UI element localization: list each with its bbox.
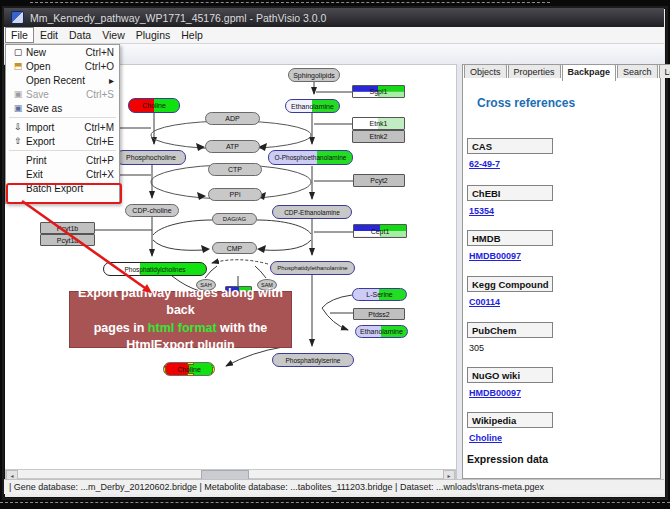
- status-text: | Gene database: ...m_Derby_20120602.bri…: [9, 482, 544, 492]
- export-icon: ⇧: [10, 136, 26, 146]
- menu-item-save[interactable]: ▣SaveCtrl+S: [6, 87, 119, 101]
- menu-item-new[interactable]: ▢NewCtrl+N: [6, 45, 119, 59]
- node-label: Choline: [177, 366, 201, 373]
- node-dag[interactable]: DAG/AG: [212, 213, 257, 225]
- xref-header-cas: CAS: [467, 138, 553, 154]
- xref-header-kegg: Kegg Compound: [467, 276, 553, 292]
- gene-node-ptdss2[interactable]: Ptdss2: [353, 308, 405, 320]
- cross-references-heading: Cross references: [477, 96, 575, 110]
- tab-backpage[interactable]: Backpage: [562, 64, 617, 81]
- callout-line3: HtmlExport plugin: [70, 337, 291, 354]
- node-o-phosphoethanolamine[interactable]: O-Phosphoethanolamine: [268, 150, 353, 165]
- xref-header-chebi: ChEBI: [467, 185, 553, 201]
- node-ctp[interactable]: CTP: [208, 163, 262, 176]
- menu-bar: File Edit Data View Plugins Help: [4, 27, 664, 44]
- new-document-icon: ▢: [10, 47, 26, 57]
- tab-properties[interactable]: Properties: [508, 64, 561, 78]
- top-dashed-line: [30, 2, 550, 3]
- node-cmp[interactable]: CMP: [212, 242, 257, 254]
- node-phosphocholine[interactable]: Phosphocholine: [116, 150, 186, 165]
- node-choline-top[interactable]: Choline: [128, 98, 180, 113]
- tab-legend[interactable]: Legend: [659, 64, 670, 78]
- menu-edit[interactable]: Edit: [35, 28, 63, 42]
- menu-view[interactable]: View: [97, 28, 130, 42]
- node-phosphatidylserine[interactable]: Phosphatidylserine: [272, 353, 354, 367]
- selection-handle[interactable]: [187, 362, 194, 365]
- menu-item-export[interactable]: ⇧ExportCtrl+E: [6, 134, 119, 148]
- menu-item-open[interactable]: ⬒OpenCtrl+O: [6, 59, 119, 73]
- menu-item-print[interactable]: PrintCtrl+P: [6, 153, 119, 167]
- sidebar-tabs: Objects Properties Backpage Search Legen…: [464, 64, 670, 80]
- app-icon: [11, 11, 24, 24]
- xref-link-nugo[interactable]: HMDB00097: [469, 388, 521, 398]
- menu-help[interactable]: Help: [176, 28, 208, 42]
- canvas-hscrollbar[interactable]: ◂ ▸: [5, 469, 456, 479]
- node-ppi[interactable]: PPi: [208, 188, 262, 201]
- xref-header-wikipedia: Wikipedia: [467, 412, 553, 428]
- menu-item-import[interactable]: ⇩ImportCtrl+M: [6, 120, 119, 134]
- node-phosphatidylethanolamine[interactable]: Phosphatidylethanolamine: [270, 261, 355, 275]
- tab-objects[interactable]: Objects: [464, 64, 507, 78]
- xref-link-cas[interactable]: 62-49-7: [469, 159, 500, 169]
- open-folder-icon: ⬒: [10, 61, 26, 71]
- xref-link-wikipedia[interactable]: Choline: [469, 433, 502, 443]
- expression-data-heading: Expression data: [467, 453, 548, 465]
- tab-search[interactable]: Search: [617, 64, 658, 78]
- save-as-icon: ▣: [10, 103, 26, 113]
- node-cdp-ethanolamine[interactable]: CDP-Ethanolamine: [272, 205, 352, 219]
- menu-item-save-as[interactable]: ▣Save as: [6, 101, 119, 115]
- gene-node-pcyt1a[interactable]: Pcyt1a: [40, 234, 95, 246]
- xref-link-kegg[interactable]: C00114: [469, 297, 500, 307]
- node-ethanolamine-bottom[interactable]: Ethanolamine: [355, 325, 408, 338]
- window-title: Mm_Kennedy_pathway_WP1771_45176.gpml - P…: [30, 12, 326, 24]
- xref-value-pubchem: 305: [469, 343, 484, 353]
- gene-node-pcyt1b[interactable]: Pcyt1b: [40, 222, 95, 234]
- gene-node-etnk2[interactable]: Etnk2: [352, 130, 405, 143]
- menu-file[interactable]: File: [5, 27, 34, 43]
- annotation-callout: Export pathway images along with back pa…: [69, 291, 292, 348]
- gene-node-sgpl1[interactable]: Sgpl1: [352, 85, 405, 98]
- menu-data[interactable]: Data: [64, 28, 96, 42]
- menu-separator: [9, 150, 116, 151]
- file-menu-popup: ▢NewCtrl+N ⬒OpenCtrl+O Open Recent▸ ▣Sav…: [5, 44, 120, 204]
- menu-separator: [9, 117, 116, 118]
- screenshot: Mm_Kennedy_pathway_WP1771_45176.gpml - P…: [0, 0, 670, 509]
- callout-line2: pages in html format with the: [70, 320, 291, 337]
- xref-header-pubchem: PubChem: [467, 322, 553, 338]
- bottom-dashed-line: [0, 502, 670, 503]
- node-l-serine[interactable]: L-Serine: [352, 288, 407, 301]
- callout-line1: Export pathway images along with back: [70, 285, 291, 320]
- xref-header-hmdb: HMDB: [467, 230, 553, 246]
- menu-plugins[interactable]: Plugins: [131, 28, 175, 42]
- import-icon: ⇩: [10, 122, 26, 132]
- selection-handle[interactable]: [187, 373, 194, 376]
- gene-node-cept1[interactable]: Cept1: [353, 224, 407, 238]
- node-ethanolamine-top[interactable]: Ethanolamine: [285, 99, 340, 113]
- xref-link-hmdb[interactable]: HMDB00097: [469, 251, 521, 261]
- node-adp[interactable]: ADP: [205, 112, 260, 125]
- gene-node-etnk1[interactable]: Etnk1: [352, 117, 405, 130]
- node-choline-selected[interactable]: Choline: [163, 362, 215, 376]
- callout-highlight: html format: [148, 321, 217, 335]
- save-disk-icon: ▣: [10, 89, 26, 99]
- menu-item-open-recent[interactable]: Open Recent▸: [6, 73, 119, 87]
- node-cdp-choline[interactable]: CDP-choline: [125, 204, 179, 217]
- xref-header-nugo: NuGO wiki: [467, 367, 553, 383]
- node-phosphatidylcholines[interactable]: Phosphatidylcholines: [103, 262, 207, 276]
- node-sphingolipids[interactable]: Sphingolipids: [288, 68, 340, 82]
- menu-item-exit[interactable]: ExitCtrl+X: [6, 167, 119, 181]
- annotation-highlight-box: [6, 183, 122, 204]
- title-bar[interactable]: Mm_Kennedy_pathway_WP1771_45176.gpml - P…: [4, 8, 664, 27]
- node-atp[interactable]: ATP: [205, 140, 260, 153]
- submenu-arrow-icon: ▸: [109, 75, 114, 86]
- xref-link-chebi[interactable]: 15354: [469, 206, 494, 216]
- gene-node-pcyt2[interactable]: Pcyt2: [353, 174, 405, 187]
- status-bar: | Gene database: ...m_Derby_20120602.bri…: [4, 479, 664, 494]
